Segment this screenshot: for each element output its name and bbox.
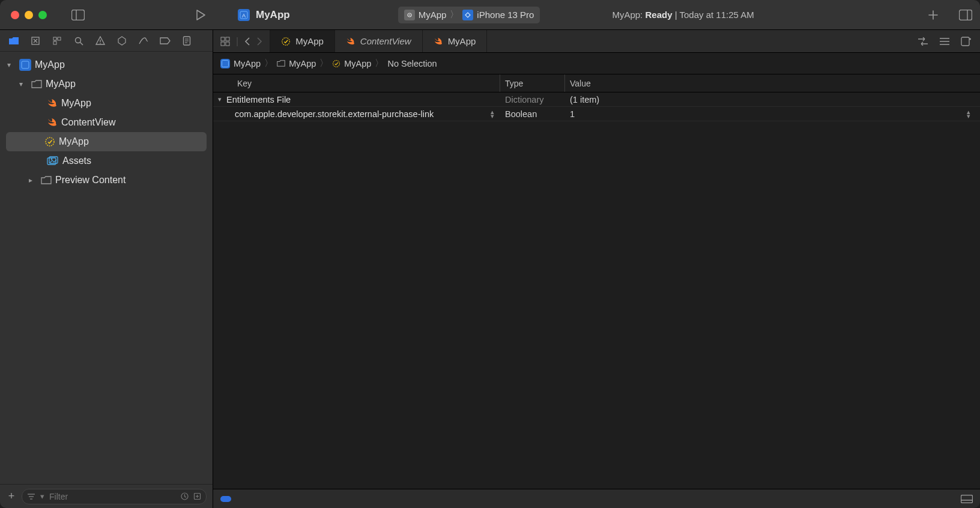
navigator-tabs: [0, 30, 213, 52]
recent-icon[interactable]: [181, 492, 189, 500]
zoom-window-button[interactable]: [38, 11, 47, 19]
add-button[interactable]: [926, 8, 940, 22]
chevron-right-icon: 〉: [375, 58, 384, 69]
scm-filter-icon[interactable]: [193, 492, 201, 500]
project-title[interactable]: MyApp: [256, 9, 290, 21]
svg-point-14: [76, 37, 81, 43]
plist-value: (1 item): [565, 95, 980, 104]
editor-tab-app[interactable]: MyApp: [423, 30, 488, 52]
test-navigator-tab[interactable]: [115, 34, 129, 47]
entitlements-icon: [281, 37, 291, 46]
symbol-navigator-tab[interactable]: [50, 34, 64, 47]
svg-rect-35: [226, 42, 229, 46]
source-control-navigator-tab[interactable]: [29, 34, 42, 47]
disclosure-triangle-icon[interactable]: ▾: [218, 95, 226, 103]
toggle-inspectors-button[interactable]: [958, 8, 973, 22]
path-segment[interactable]: MyApp: [234, 59, 261, 68]
breakpoints-toggle[interactable]: [220, 496, 231, 502]
plist-type[interactable]: Boolean: [500, 109, 565, 119]
breakpoint-navigator-tab[interactable]: [159, 34, 172, 47]
chevron-down-icon[interactable]: ▾: [40, 492, 44, 501]
entitlements-icon: [332, 59, 340, 68]
column-header-type[interactable]: Type: [500, 74, 565, 92]
svg-rect-34: [221, 42, 225, 46]
tree-file-entitlements[interactable]: MyApp: [6, 132, 207, 151]
find-navigator-tab[interactable]: [72, 34, 85, 47]
tab-label: MyApp: [448, 36, 476, 46]
project-icon: [19, 59, 31, 71]
disclosure-triangle-icon[interactable]: ▾: [7, 61, 16, 69]
path-segment[interactable]: MyApp: [289, 59, 316, 68]
related-items-button[interactable]: [220, 37, 230, 46]
value-stepper[interactable]: ▴▾: [967, 110, 970, 118]
nav-forward-button[interactable]: [256, 37, 262, 46]
tree-item-label: MyApp: [61, 98, 91, 109]
filter-input[interactable]: [49, 492, 176, 501]
tree-file-assets[interactable]: Assets: [0, 151, 213, 171]
column-header-value[interactable]: Value: [565, 74, 980, 92]
toggle-debug-area-button[interactable]: [961, 495, 973, 503]
tree-file-swift[interactable]: MyApp: [0, 94, 213, 113]
chevron-right-icon: 〉: [450, 9, 459, 20]
add-editor-button[interactable]: [961, 37, 972, 46]
svg-point-26: [51, 159, 53, 160]
svg-rect-10: [58, 37, 61, 40]
gear-icon: [404, 10, 415, 20]
navigator-footer: + ▾: [0, 484, 213, 508]
swift-icon: [47, 98, 58, 108]
chevron-right-icon: 〉: [319, 58, 328, 69]
status-time: Today at 11:25 AM: [679, 10, 754, 20]
report-navigator-tab[interactable]: [180, 34, 193, 47]
tab-label: ContentView: [360, 36, 411, 46]
close-window-button[interactable]: [11, 11, 19, 19]
run-button[interactable]: [193, 8, 208, 22]
status-state: Ready: [645, 10, 672, 20]
svg-rect-43: [961, 495, 973, 503]
tree-folder-preview[interactable]: ▸ Preview Content: [0, 171, 213, 190]
project-navigator-tab[interactable]: [7, 34, 20, 47]
issue-navigator-tab[interactable]: [94, 34, 107, 47]
path-segment[interactable]: MyApp: [344, 59, 371, 68]
disclosure-triangle-icon[interactable]: ▾: [19, 80, 28, 88]
svg-rect-33: [226, 37, 229, 41]
key-stepper[interactable]: ▴▾: [491, 110, 494, 118]
plist-row-root[interactable]: ▾ Entitlements File Dictionary (1 item): [213, 92, 980, 107]
plist-value[interactable]: 1: [570, 109, 575, 119]
tree-item-label: MyApp: [35, 59, 65, 70]
tree-file-swift[interactable]: ContentView: [0, 113, 213, 132]
filter-icon: [27, 494, 35, 500]
svg-point-36: [282, 37, 289, 44]
debug-navigator-tab[interactable]: [137, 34, 150, 47]
pathbar[interactable]: MyApp 〉 MyApp 〉 MyApp 〉 No Selection: [213, 53, 980, 74]
add-file-button[interactable]: +: [6, 490, 17, 503]
disclosure-triangle-icon[interactable]: ▸: [29, 176, 37, 184]
simulator-icon: [462, 10, 473, 20]
svg-rect-9: [53, 37, 56, 40]
tree-item-label: Assets: [62, 156, 91, 166]
compare-button[interactable]: [918, 37, 928, 46]
svg-rect-41: [222, 60, 229, 67]
nav-back-button[interactable]: [244, 37, 250, 46]
tree-group[interactable]: ▾ MyApp: [0, 74, 213, 94]
editor-tab-entitlements[interactable]: MyApp: [270, 30, 335, 52]
scheme-target-label: MyApp: [419, 10, 447, 20]
plist-row-item[interactable]: com.apple.developer.storekit.external-pu…: [213, 107, 980, 121]
path-segment[interactable]: No Selection: [387, 59, 437, 68]
editor-options-button[interactable]: [939, 37, 950, 46]
scheme-selector[interactable]: MyApp 〉 iPhone 13 Pro: [398, 7, 540, 23]
tree-project-root[interactable]: ▾ MyApp: [0, 55, 213, 74]
column-header-key[interactable]: Key: [213, 74, 500, 92]
tree-item-label: MyApp: [59, 136, 89, 147]
toggle-navigator-button[interactable]: [71, 8, 85, 22]
window-body: ▾ MyApp ▾ MyApp: [0, 30, 980, 508]
svg-point-23: [46, 138, 54, 146]
filter-field[interactable]: ▾: [22, 489, 207, 504]
tree-item-label: MyApp: [46, 79, 76, 89]
svg-rect-32: [221, 37, 225, 41]
plist-key: Entitlements File: [226, 95, 291, 104]
status-prefix: MyApp:: [612, 10, 643, 20]
minimize-window-button[interactable]: [25, 11, 33, 19]
editor-tab-contentview[interactable]: ContentView: [335, 30, 423, 52]
editor-tabbar: | MyApp ContentView: [213, 30, 980, 53]
scheme-device-label: iPhone 13 Pro: [477, 10, 534, 20]
